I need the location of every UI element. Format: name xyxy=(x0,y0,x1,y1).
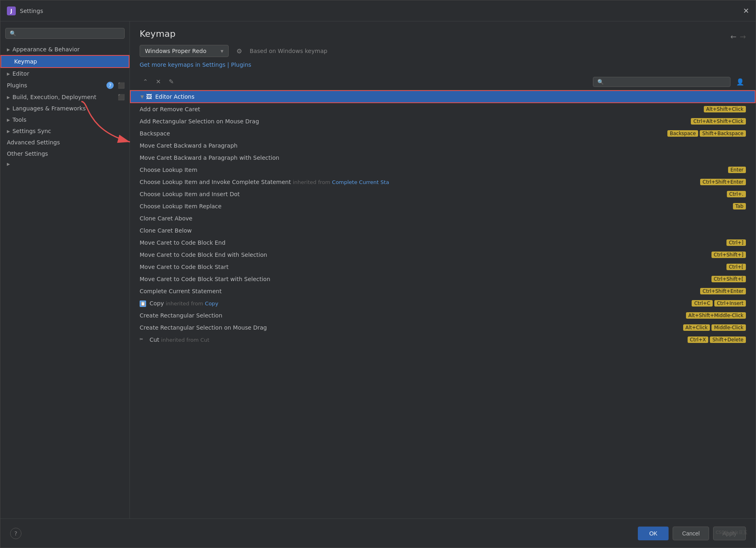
sidebar-item-keymap[interactable]: Keymap xyxy=(0,55,130,68)
list-item[interactable]: Create Rectangular Selection on Mouse Dr… xyxy=(130,322,756,334)
action-label: Move Caret to Code Block End xyxy=(140,239,726,246)
sidebar-item-advanced[interactable]: Other Settings xyxy=(0,148,130,159)
shortcuts: Ctrl+C Ctrl+Insert xyxy=(692,300,746,307)
sidebar-icon: ⬛ xyxy=(118,82,125,89)
list-item[interactable]: Create Rectangular Selection Alt+Shift+M… xyxy=(130,309,756,322)
search-icon: 🔍 xyxy=(597,79,604,85)
list-item[interactable]: Move Caret to Code Block End Ctrl+] xyxy=(130,237,756,249)
chevron-right-icon: ▶ xyxy=(7,95,10,99)
list-item[interactable]: Complete Current Statement Ctrl+Shift+En… xyxy=(130,285,756,297)
app-icon: J xyxy=(7,6,16,15)
move-up-button[interactable]: ⌃ xyxy=(140,76,151,87)
collapse-icon: ▼ xyxy=(140,94,144,99)
sidebar-item-label: Languages & Frameworks xyxy=(13,105,86,112)
shortcut-badge: Ctrl+[ xyxy=(726,264,746,270)
shortcut-badge: Alt+Click xyxy=(683,324,710,331)
shortcuts: Alt+Click Middle-Click xyxy=(683,324,746,331)
action-label: Add Rectangular Selection on Mouse Drag xyxy=(140,118,691,125)
inherited-text: inherited from Cut xyxy=(161,337,209,343)
list-item[interactable]: ✂ Cut inherited from Cut Ctrl+X Shift+De… xyxy=(130,334,756,346)
action-label: Choose Lookup Item Replace xyxy=(140,203,733,209)
inherited-link[interactable]: Complete Current Sta xyxy=(332,179,389,185)
action-label: Clone Caret Above xyxy=(140,215,746,222)
action-label: Create Rectangular Selection on Mouse Dr… xyxy=(140,324,683,331)
action-label: ✂ Cut inherited from Cut xyxy=(140,336,688,343)
list-item[interactable]: Clone Caret Above xyxy=(130,212,756,224)
list-item[interactable]: Backspace Backspace Shift+Backspace xyxy=(130,127,756,140)
sidebar-search-input[interactable] xyxy=(19,30,120,36)
inherited-text: inherited from xyxy=(166,300,205,307)
action-label: Move Caret to Code Block Start xyxy=(140,264,726,270)
list-item[interactable]: Choose Lookup Item Enter xyxy=(130,164,756,176)
shortcuts: Ctrl+X Shift+Delete xyxy=(688,336,746,343)
action-label: Choose Lookup Item and Invoke Complete S… xyxy=(140,179,700,185)
keymap-dropdown[interactable]: Windows Proper Redo ▾ xyxy=(140,45,229,57)
sidebar-item-plugins[interactable]: Plugins 7 ⬛ xyxy=(0,79,130,91)
shortcut-badge: Ctrl+Shift+[ xyxy=(711,276,746,282)
sidebar-item-tools[interactable]: ▶ Settings Sync xyxy=(0,125,130,137)
help-icon: ? xyxy=(14,530,17,537)
sidebar-item-settings-sync[interactable]: Advanced Settings xyxy=(0,137,130,148)
list-item[interactable]: Move Caret Backward a Paragraph with Sel… xyxy=(130,152,756,164)
watermark: CSDN @白豆五 xyxy=(716,529,748,535)
sidebar-item-appearance[interactable]: ▶ Appearance & Behavior xyxy=(0,44,130,55)
shortcut-badge: Shift+Backspace xyxy=(700,130,746,137)
shortcut-badge: Ctrl+Insert xyxy=(714,300,746,307)
list-item[interactable]: Choose Lookup Item and Insert Dot Ctrl+. xyxy=(130,188,756,200)
list-item[interactable]: Choose Lookup Item and Invoke Complete S… xyxy=(130,176,756,188)
shortcut-badge: Ctrl+X xyxy=(688,336,709,343)
keymap-selected-value: Windows Proper Redo xyxy=(145,48,206,54)
edit-shortcut-button[interactable]: ✎ xyxy=(166,76,177,87)
section-header-editor-actions[interactable]: ▼ 🖼 Editor Actions xyxy=(130,90,756,103)
list-item[interactable]: Add or Remove Caret Alt+Shift+Click xyxy=(130,103,756,115)
copy-icon-inline: 📋 xyxy=(140,300,146,307)
actions-search-input[interactable] xyxy=(606,79,726,85)
list-item[interactable]: Add Rectangular Selection on Mouse Drag … xyxy=(130,115,756,127)
cancel-button[interactable]: Cancel xyxy=(673,527,709,540)
list-item[interactable]: Move Caret to Code Block End with Select… xyxy=(130,249,756,261)
sidebar-search-box[interactable]: 🔍 xyxy=(5,28,125,39)
inherited-text: inherited from xyxy=(293,179,332,185)
shortcut-badge: Ctrl+Shift+Enter xyxy=(700,288,746,294)
chevron-right-icon: ▶ xyxy=(7,106,10,111)
user-filter-button[interactable]: 👤 xyxy=(735,76,746,87)
sidebar-item-label: Settings Sync xyxy=(13,128,51,134)
sidebar-item-label: Plugins xyxy=(7,82,104,89)
sidebar-item-label: Keymap xyxy=(14,58,37,65)
action-label: Move Caret to Code Block End with Select… xyxy=(140,252,711,258)
action-label: Add or Remove Caret xyxy=(140,106,704,112)
nav-back-button[interactable]: ← xyxy=(731,32,737,41)
keymap-settings-button[interactable]: ⚙ xyxy=(233,44,246,57)
sidebar-item-editor[interactable]: ▶ Editor xyxy=(0,68,130,79)
list-item[interactable]: Clone Caret Below xyxy=(130,224,756,237)
list-item[interactable]: Choose Lookup Item Replace Tab xyxy=(130,200,756,212)
nav-forward-button[interactable]: → xyxy=(740,32,746,41)
ok-button[interactable]: OK xyxy=(638,527,669,540)
action-label: Choose Lookup Item xyxy=(140,167,728,173)
sidebar-item-label: Advanced Settings xyxy=(7,139,60,146)
actions-search-box[interactable]: 🔍 xyxy=(593,77,731,87)
plugins-badge: 7 xyxy=(106,82,114,89)
sidebar-item-label: Editor xyxy=(13,70,29,77)
plugins-link-text: Get more keymaps in Settings | Plugins xyxy=(140,61,251,68)
chevron-down-icon: ▾ xyxy=(221,48,223,54)
cut-icon-inline: ✂ xyxy=(140,337,146,343)
sidebar-item-version-control[interactable]: ▶ Build, Execution, Deployment ⬛ xyxy=(0,91,130,103)
sidebar-item-languages[interactable]: ▶ Tools xyxy=(0,114,130,125)
list-item[interactable]: 📋 Copy inherited from Copy Ctrl+C Ctrl+I… xyxy=(130,297,756,309)
list-item[interactable]: Move Caret to Code Block Start with Sele… xyxy=(130,273,756,285)
sidebar-search-icon: 🔍 xyxy=(10,30,16,36)
cancel-shortcut-button[interactable]: ✕ xyxy=(153,76,164,87)
sidebar-item-build[interactable]: ▶ Languages & Frameworks xyxy=(0,103,130,114)
inherited-link[interactable]: Copy xyxy=(205,300,218,307)
help-button[interactable]: ? xyxy=(10,528,21,539)
sidebar: 🔍 ▶ Appearance & Behavior Keymap ▶ Edito… xyxy=(0,21,130,518)
shortcuts: Ctrl+Shift+[ xyxy=(711,276,746,282)
close-button[interactable]: ✕ xyxy=(743,7,749,15)
list-item[interactable]: Move Caret to Code Block Start Ctrl+[ xyxy=(130,261,756,273)
sidebar-item-label: Tools xyxy=(13,116,27,123)
plugins-link[interactable]: Get more keymaps in Settings | Plugins xyxy=(140,61,746,68)
list-item[interactable]: Move Caret Backward a Paragraph xyxy=(130,140,756,152)
sidebar-item-other[interactable]: ▶ xyxy=(0,159,130,169)
cancel-icon: ✕ xyxy=(156,78,161,85)
